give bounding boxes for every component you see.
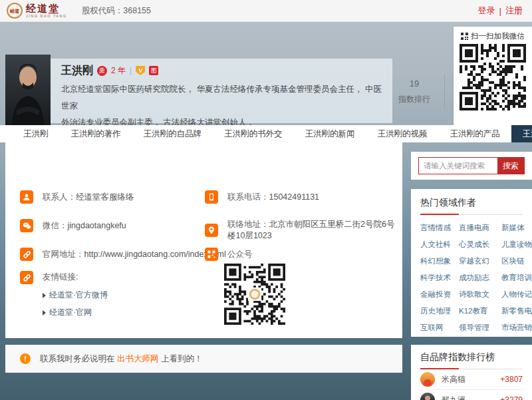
contact-phone-item: 联系电话：15042491131 [205, 190, 319, 204]
chushudashi-link[interactable]: 出书大师网 [117, 354, 159, 363]
tag-link[interactable]: 新媒体 [501, 223, 532, 233]
contact-address-label: 联络地址： [227, 220, 269, 229]
link-icon [20, 248, 33, 261]
tag-link[interactable]: 科学技术 [420, 273, 459, 283]
search-input[interactable] [419, 158, 497, 174]
tag-link[interactable]: 穿越玄幻 [459, 256, 501, 266]
tag-link[interactable]: 人文社科 [420, 240, 459, 250]
stock-code-label: 股权代码：368155 [82, 5, 151, 17]
profile-name: 王洪刚 [61, 64, 93, 78]
location-icon [205, 224, 218, 237]
badge-divider: | [130, 66, 132, 75]
friend-link-weibo[interactable]: 经道堂·官方微博 [43, 290, 108, 301]
avatar [420, 372, 435, 387]
contact-phone-value: 15042491131 [269, 192, 320, 202]
notice-prefix: 联系我时务必说明在 [40, 354, 117, 363]
contact-card: 联系人：经道堂客服络络 联系电话：15042491131 微信：jingdaot… [5, 142, 402, 338]
v-badge-icon: V [136, 66, 145, 75]
cert-badge-icon: 质 [97, 66, 107, 76]
tab-products[interactable]: 王洪刚的产品 [439, 125, 511, 142]
page-root: 经道 经道堂 JING DAO TANG 股权代码：368155 登录 | 注册 [0, 0, 532, 400]
triangle-bullet-icon [43, 310, 46, 315]
profile-nav-bar: 王洪刚 王洪刚的著作 王洪刚的自品牌 王洪刚的书外交 王洪刚的新闻 王洪刚的视频… [0, 125, 532, 142]
wechat-qr-panel: 扫一扫加我微信 [454, 27, 532, 126]
friend-links-block: 友情链接: 经道堂·官方微博 经道堂·官网 [20, 270, 108, 318]
tag-link[interactable]: 儿童读物 [501, 240, 532, 250]
media-badge-icon: 图 [149, 66, 158, 75]
tab-book-diplomacy[interactable]: 王洪刚的书外交 [213, 125, 294, 142]
contact-gzh-label: 公众号 [227, 250, 253, 259]
tag-link[interactable]: 成功励志 [459, 273, 501, 283]
tab-works[interactable]: 王洪刚的著作 [60, 125, 132, 142]
friend-link-icon [20, 271, 33, 284]
seal-logo-icon: 经道 [7, 3, 23, 19]
contact-phone-label: 联系电话： [227, 192, 269, 202]
notice-suffix: 上看到的！ [158, 354, 202, 363]
hot-authors-card: 热门领域作者 言情情感 直播电商 新媒体 人文社科 心灵成长 儿童读物 科幻想象… [411, 189, 532, 337]
tag-link[interactable]: 新零售电商 [501, 306, 532, 316]
tag-link[interactable]: 直播电商 [459, 223, 501, 233]
auth-links: 登录 | 注册 [478, 5, 523, 17]
brand-logo[interactable]: 经道 经道堂 JING DAO TANG [7, 3, 67, 19]
tag-link[interactable]: 金融投资 [420, 290, 459, 300]
tag-link[interactable]: 教育培训 [501, 273, 532, 283]
tag-link[interactable]: 历史地理 [420, 306, 459, 316]
index-rank-value: 19 [388, 79, 441, 89]
search-button[interactable]: 搜索 [497, 158, 524, 174]
wechat-qr-code [460, 44, 526, 110]
tag-link[interactable]: 人物传记 [501, 290, 532, 300]
tag-link[interactable]: K12教育 [459, 306, 501, 316]
contact-gzh-item: 公众号 [205, 248, 253, 261]
stat-divider [444, 75, 445, 109]
contact-person-item: 联系人：经道堂客服络络 [20, 190, 134, 204]
tag-link[interactable]: 诗歌散文 [459, 290, 501, 300]
ranking-name: 郑九洲 [442, 395, 466, 400]
profile-bio: 北京经道堂国际中医药研究院院长， 华夏古法经络传承专项基金管理委员会主任， 中医… [61, 81, 382, 131]
friend-links-label: 友情链接: [43, 270, 108, 284]
profile-info-panel: 王洪刚 质 2 年 | V 图 北京经道堂国际中医药研究院院长， 华夏古法经络传… [51, 59, 392, 123]
avatar [420, 393, 435, 400]
brand-subtitle: JING DAO TANG [26, 15, 67, 19]
ranking-score: +3807 [500, 375, 523, 384]
contact-wechat-value: jingdaotangkefu [68, 221, 126, 230]
login-link[interactable]: 登录 [478, 5, 495, 17]
register-link[interactable]: 注册 [505, 5, 523, 17]
tag-link[interactable]: 互联网 [420, 323, 459, 333]
contact-website-label: 官网地址： [43, 250, 84, 259]
ranking-name: 米高猫 [442, 374, 466, 385]
contact-website-item: 官网地址：http://www.jingdaotang.com/index.ht… [20, 248, 226, 261]
tab-videos[interactable]: 王洪刚的视频 [366, 125, 439, 142]
alert-icon: ! [20, 353, 31, 364]
qr-icon [205, 248, 218, 261]
person-icon [20, 190, 33, 204]
gzh-qr-code [224, 264, 285, 325]
tab-self-brand[interactable]: 王洪刚的自品牌 [132, 125, 213, 142]
tab-profile[interactable]: 王洪刚 [12, 125, 60, 142]
tab-contact[interactable]: 王洪刚的联系方式 [511, 125, 532, 142]
tag-link[interactable]: 科幻想象 [420, 256, 459, 266]
ranking-score: +3279 [500, 395, 523, 400]
contact-address-item: 联络地址：北京市朝阳区五里桥二街2号院6号楼10层1023 [205, 219, 402, 242]
tab-news[interactable]: 王洪刚的新闻 [294, 125, 366, 142]
notice-bar: ! 联系我时务必说明在 出书大师网 上看到的！ [5, 345, 402, 373]
years-badge: 2 年 [111, 65, 126, 77]
tag-link[interactable]: 言情情感 [420, 223, 459, 233]
contact-wechat-label: 微信： [43, 221, 68, 230]
hot-authors-title: 热门领域作者 [420, 197, 523, 215]
tag-link[interactable]: 市场营销 [501, 323, 532, 333]
friend-link-website[interactable]: 经道堂·官网 [43, 307, 108, 318]
index-rank-label: 指数排行 [388, 94, 441, 105]
index-rank-stat[interactable]: 19 指数排行 [388, 79, 441, 105]
brand-ranking-card: 自品牌指数排行榜 米高猫 +3807 郑九洲 +3279 [411, 345, 532, 400]
wechat-icon [20, 219, 33, 232]
contact-person-value: 经道堂客服络络 [76, 192, 134, 202]
tag-link[interactable]: 领导管理 [459, 323, 501, 333]
ranking-row[interactable]: 郑九洲 +3279 [420, 390, 523, 400]
tag-link[interactable]: 心灵成长 [459, 240, 501, 250]
triangle-bullet-icon [43, 293, 46, 298]
tag-link[interactable]: 区块链 [501, 256, 532, 266]
brand-name: 经道堂 [26, 3, 67, 13]
contact-wechat-item: 微信：jingdaotangkefu [20, 219, 126, 232]
profile-photo-image [5, 55, 51, 126]
ranking-row[interactable]: 米高猫 +3807 [420, 369, 523, 390]
